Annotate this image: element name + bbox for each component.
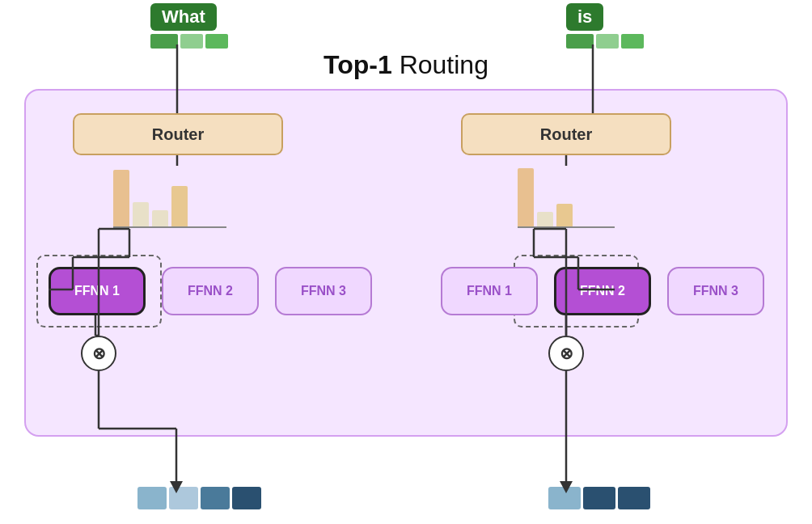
embed-seg-5 bbox=[596, 34, 619, 49]
multiply-right: ⊗ bbox=[548, 336, 584, 371]
out-l3 bbox=[201, 487, 230, 509]
ffnn-left-2-label: FFNN 2 bbox=[188, 284, 233, 298]
token-is: is bbox=[566, 3, 644, 49]
router-right: Router bbox=[461, 113, 671, 155]
ffnn-left-2: FFNN 2 bbox=[162, 267, 259, 315]
out-l2 bbox=[169, 487, 198, 509]
multiply-left: ⊗ bbox=[81, 336, 116, 371]
ffnn-left-1-label: FFNN 1 bbox=[74, 284, 120, 298]
title-bold: Top-1 bbox=[324, 50, 392, 79]
ffnn-right-3-label: FFNN 3 bbox=[693, 284, 738, 298]
title-rest: Routing bbox=[392, 50, 488, 79]
ffnn-right-2: FFNN 2 bbox=[554, 267, 651, 315]
token-is-embed bbox=[566, 34, 644, 49]
embed-seg-1 bbox=[150, 34, 178, 49]
title: Top-1 Routing bbox=[324, 50, 488, 80]
bar-chart-left bbox=[113, 163, 226, 228]
ffnn-right-1: FFNN 1 bbox=[441, 267, 538, 315]
embed-seg-6 bbox=[621, 34, 644, 49]
token-what-label: What bbox=[150, 3, 217, 31]
bar-r1 bbox=[518, 168, 534, 226]
ffnn-right-1-label: FFNN 1 bbox=[467, 284, 512, 298]
embed-seg-3 bbox=[205, 34, 228, 49]
ffnn-left-3: FFNN 3 bbox=[275, 267, 372, 315]
ffnn-left-3-label: FFNN 3 bbox=[301, 284, 346, 298]
ffnn-left-row: FFNN 1 FFNN 2 FFNN 3 bbox=[49, 267, 372, 315]
out-r1 bbox=[548, 487, 581, 509]
router-right-label: Router bbox=[540, 125, 592, 144]
bar-r2 bbox=[537, 212, 553, 226]
bar-l4 bbox=[171, 186, 188, 226]
out-l1 bbox=[137, 487, 167, 509]
main-container: Top-1 Routing What is Router Router bbox=[0, 0, 812, 524]
token-what: What bbox=[150, 3, 228, 49]
token-is-label: is bbox=[566, 3, 603, 31]
router-left: Router bbox=[73, 113, 283, 155]
bar-chart-right bbox=[518, 163, 615, 228]
bar-l3 bbox=[152, 210, 168, 226]
out-l4 bbox=[232, 487, 261, 509]
embed-seg-4 bbox=[566, 34, 594, 49]
out-r3 bbox=[618, 487, 650, 509]
token-what-embed bbox=[150, 34, 228, 49]
multiply-right-symbol: ⊗ bbox=[560, 344, 573, 363]
embed-seg-2 bbox=[180, 34, 203, 49]
ffnn-right-3: FFNN 3 bbox=[667, 267, 764, 315]
multiply-left-symbol: ⊗ bbox=[92, 344, 106, 363]
router-left-label: Router bbox=[152, 125, 204, 144]
bar-l2 bbox=[133, 202, 149, 226]
ffnn-left-1: FFNN 1 bbox=[49, 267, 146, 315]
output-embed-right bbox=[548, 487, 650, 509]
ffnn-right-row: FFNN 1 FFNN 2 FFNN 3 bbox=[441, 267, 764, 315]
ffnn-right-2-label: FFNN 2 bbox=[580, 284, 625, 298]
bar-l1 bbox=[113, 170, 129, 226]
bar-r3 bbox=[556, 204, 573, 226]
output-embed-left bbox=[137, 487, 261, 509]
out-r2 bbox=[583, 487, 615, 509]
